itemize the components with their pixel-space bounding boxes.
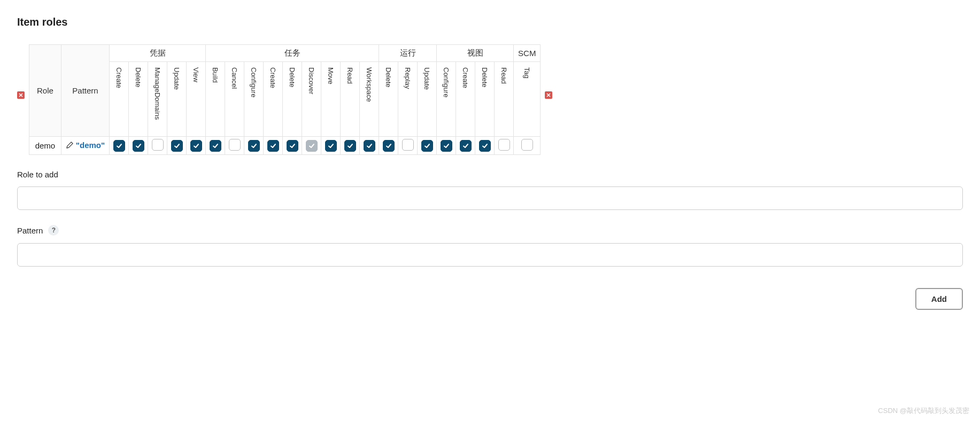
perm-checkbox-19[interactable] [479,140,491,152]
perm-checkbox-9[interactable] [287,140,298,152]
perm-header-2: ManageDomains [148,62,167,137]
perm-header-15: Replay [398,62,418,137]
perm-checkbox-1[interactable] [133,140,144,152]
perm-checkbox-20[interactable] [498,139,510,151]
perm-header-1: Delete [129,62,148,137]
perm-header-6: Cancel [225,62,244,137]
delete-role-left-icon[interactable] [17,91,25,108]
perm-checkbox-12[interactable] [344,140,356,152]
col-header-role: Role [29,45,61,137]
table-row: demo"demo" [29,137,541,155]
perm-header-20: Read [495,62,514,137]
perm-header-12: Read [341,62,360,137]
perm-header-18: Create [456,62,475,137]
group-header-1: 任务 [206,45,379,62]
perm-header-5: Build [206,62,225,137]
perm-checkbox-10[interactable] [306,140,318,152]
perm-checkbox-11[interactable] [325,140,337,152]
pattern-input[interactable] [17,243,963,267]
col-header-pattern: Pattern [61,45,109,137]
perm-checkbox-4[interactable] [190,140,202,152]
perm-header-3: Update [167,62,187,137]
perm-checkbox-6[interactable] [229,139,241,151]
section-title: Item roles [17,16,963,28]
role-to-add-label: Role to add [17,170,963,179]
pattern-help-icon[interactable]: ? [48,225,59,236]
perm-header-11: Move [321,62,341,137]
perm-header-7: Configure [244,62,264,137]
perm-header-9: Delete [283,62,302,137]
perm-checkbox-2[interactable] [152,139,164,151]
group-header-3: 视图 [437,45,514,62]
group-header-0: 凭据 [110,45,206,62]
perm-checkbox-5[interactable] [210,140,221,152]
perm-checkbox-14[interactable] [383,140,395,152]
perm-checkbox-8[interactable] [267,140,279,152]
perm-checkbox-13[interactable] [364,140,375,152]
roles-table: RolePattern凭据任务运行视图SCMCreateDeleteManage… [29,44,541,155]
row-pattern-value: "demo" [76,141,105,150]
perm-header-19: Delete [475,62,495,137]
perm-header-16: Update [418,62,437,137]
roles-table-wrap: RolePattern凭据任务运行视图SCMCreateDeleteManage… [17,44,963,155]
perm-checkbox-18[interactable] [460,140,472,152]
group-header-4: SCM [514,45,541,62]
perm-header-0: Create [110,62,129,137]
perm-header-17: Configure [437,62,456,137]
perm-checkbox-3[interactable] [171,140,183,152]
row-role-name: demo [29,137,61,155]
perm-checkbox-17[interactable] [441,140,452,152]
perm-header-13: Workspace [360,62,379,137]
add-button[interactable]: Add [915,288,963,310]
pattern-block: Pattern ? [17,225,963,267]
perm-header-10: Discover [302,62,321,137]
pattern-label: Pattern [17,226,43,235]
group-header-2: 运行 [379,45,437,62]
perm-header-4: View [187,62,206,137]
delete-role-right-icon[interactable] [545,91,552,108]
perm-header-8: Create [264,62,283,137]
role-to-add-input[interactable] [17,186,963,210]
perm-checkbox-16[interactable] [421,140,433,152]
row-pattern-cell: "demo" [61,137,109,155]
perm-header-21: Tag [514,62,541,137]
perm-header-14: Delete [379,62,398,137]
perm-checkbox-15[interactable] [402,139,414,151]
perm-checkbox-7[interactable] [248,140,260,152]
button-row: Add [17,288,963,310]
edit-pattern-icon[interactable] [66,141,74,151]
role-to-add-block: Role to add [17,170,963,210]
perm-checkbox-21[interactable] [521,139,533,151]
perm-checkbox-0[interactable] [113,140,125,152]
